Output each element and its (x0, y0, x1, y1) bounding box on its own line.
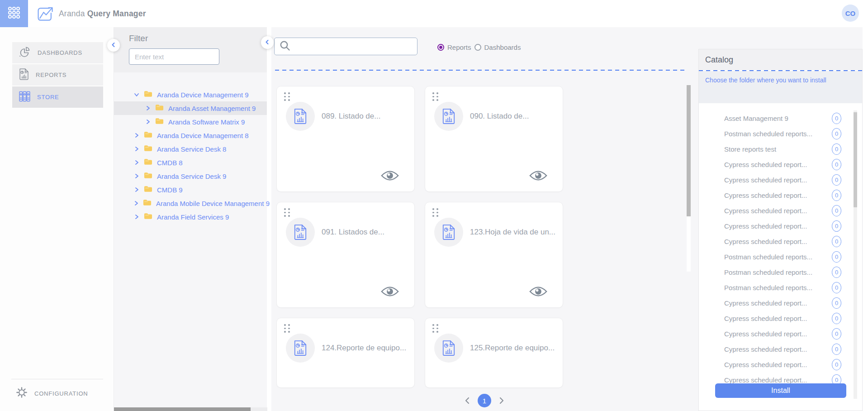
preview-eye-icon[interactable] (381, 286, 399, 299)
brand-bold: Query Manager (87, 9, 146, 19)
install-button[interactable]: Install (715, 383, 846, 398)
next-page-button[interactable] (498, 397, 505, 405)
chevron-right-icon[interactable] (134, 133, 139, 138)
tree-folder-label: Aranda Service Desk 8 (157, 145, 226, 153)
trend-chart-logo-icon (36, 5, 55, 24)
preview-eye-icon[interactable] (529, 170, 547, 183)
reports-radio[interactable] (437, 44, 444, 51)
chevron-right-icon[interactable] (134, 214, 139, 220)
scrollbar-thumb[interactable] (114, 407, 251, 411)
chevron-right-icon[interactable] (145, 105, 151, 111)
catalog-folder-item[interactable]: Store reports test 0 (699, 141, 862, 157)
catalog-folder-label: Cypress scheduled report... (724, 361, 832, 368)
scrollbar-thumb[interactable] (687, 85, 691, 216)
preview-eye-icon[interactable] (381, 170, 399, 183)
report-card[interactable]: 123.Hoja de vida de un... (425, 202, 563, 308)
drag-handle-icon[interactable] (432, 92, 438, 101)
catalog-folder-item[interactable]: Postman scheduled reports... 0 (699, 280, 862, 295)
configuration-label: CONFIGURATION (34, 390, 88, 397)
preview-eye-icon[interactable] (529, 286, 547, 299)
catalog-folder-item[interactable]: Cypress scheduled report... 0 (699, 218, 862, 234)
catalog-folder-item[interactable]: Cypress scheduled report... 0 (699, 311, 862, 326)
catalog-folder-item[interactable]: Cypress scheduled report... 0 (699, 295, 862, 311)
main-vertical-scrollbar[interactable] (687, 85, 691, 272)
catalog-folder-item[interactable]: Asset Management 9 0 (699, 110, 862, 126)
report-card[interactable]: 125.Reporte de equipo... (425, 318, 563, 388)
chevron-right-icon[interactable] (134, 146, 139, 152)
catalog-folder-item[interactable]: Cypress scheduled report... 0 (699, 203, 862, 218)
count-badge: 0 (832, 328, 841, 339)
chevron-down-icon[interactable] (134, 92, 139, 97)
search-icon (279, 40, 291, 53)
user-avatar[interactable]: CO (842, 5, 859, 22)
chevron-right-icon[interactable] (134, 187, 139, 192)
tree-folder-row[interactable]: Aranda Service Desk 9 (114, 169, 267, 183)
sidebar-item-label: STORE (37, 94, 59, 100)
collapse-filter-button[interactable] (261, 36, 274, 49)
dashboards-radio[interactable] (474, 44, 481, 51)
catalog-folder-item[interactable]: Cypress scheduled report... 0 (699, 341, 862, 357)
catalog-folder-item[interactable]: Cypress scheduled report... 0 (699, 326, 862, 341)
scrollbar-thumb[interactable] (854, 112, 857, 207)
dashboards-radio-label[interactable]: Dashboards (484, 43, 521, 51)
tree-folder-row[interactable]: Aranda Asset Management 9 (114, 101, 267, 115)
drag-handle-icon[interactable] (432, 208, 438, 217)
catalog-header: Catalog (699, 49, 862, 70)
search-input[interactable] (294, 40, 417, 53)
sidebar-item-dashboards[interactable]: DASHBOARDS (12, 42, 103, 63)
tree-folder-row[interactable]: Aranda Device Management 9 (114, 88, 267, 101)
tree-folder-row[interactable]: Aranda Device Management 8 (114, 129, 267, 142)
app-launcher-button[interactable] (0, 0, 28, 27)
pagination: 1 (464, 394, 505, 407)
main-content: Reports Dashboards 089. Listado de... (271, 27, 692, 411)
report-card[interactable]: 124.Reporte de equipo... (276, 318, 415, 388)
report-card[interactable]: 090. Listado de... (425, 86, 563, 192)
previous-page-button[interactable] (464, 397, 470, 405)
sidebar-item-configuration[interactable]: CONFIGURATION (16, 383, 88, 403)
report-card[interactable]: 089. Listado de... (276, 86, 415, 192)
chevron-right-icon[interactable] (134, 160, 139, 165)
catalog-scrollbar[interactable] (854, 110, 857, 399)
filter-horizontal-scrollbar[interactable] (114, 407, 267, 411)
sidebar-item-store[interactable]: STORE (12, 86, 103, 108)
tree-folder-label: Aranda Mobile Device Management 9 (156, 200, 270, 207)
tree-folder-row[interactable]: CMDB 9 (114, 183, 267, 196)
tree-folder-row[interactable]: Aranda Service Desk 8 (114, 142, 267, 156)
report-card-title: 091. Listados de... (322, 228, 410, 237)
report-card[interactable]: 091. Listados de... (276, 202, 415, 308)
current-page-button[interactable]: 1 (478, 394, 491, 407)
catalog-folder-item[interactable]: Postman scheduled reports... 0 (699, 264, 862, 280)
catalog-folder-label: Store reports test (724, 145, 832, 153)
catalog-folder-item[interactable]: Postman scheduled reports... 0 (699, 126, 862, 141)
chevron-right-icon[interactable] (134, 201, 138, 206)
tree-folder-row[interactable]: Aranda Mobile Device Management 9 (114, 196, 267, 210)
filter-text-input[interactable] (129, 48, 219, 65)
catalog-folder-item[interactable]: Postman scheduled reports... 0 (699, 249, 862, 264)
tree-folder-row[interactable]: Aranda Software Matrix 9 (114, 115, 267, 129)
sidebar-item-reports[interactable]: REPORTS (12, 64, 103, 86)
brand-light: Aranda (59, 9, 85, 19)
catalog-folder-item[interactable]: Cypress scheduled report... 0 (699, 234, 862, 249)
tree-folder-row[interactable]: CMDB 8 (114, 156, 267, 169)
chevron-right-icon[interactable] (134, 173, 139, 179)
reports-radio-label[interactable]: Reports (447, 43, 471, 51)
catalog-folder-item[interactable]: Cypress scheduled report... 0 (699, 187, 862, 203)
count-badge: 0 (832, 190, 841, 201)
drag-handle-icon[interactable] (284, 208, 290, 217)
tree-folder-row[interactable]: Aranda Field Services 9 (114, 210, 267, 224)
catalog-folder-item[interactable]: Cypress scheduled report... 0 (699, 157, 862, 172)
chevron-right-icon[interactable] (145, 119, 151, 124)
collapse-sidebar-button[interactable] (107, 39, 120, 52)
catalog-folder-label: Cypress scheduled report... (724, 161, 832, 168)
drag-handle-icon[interactable] (284, 324, 290, 333)
drag-handle-icon[interactable] (284, 92, 290, 101)
catalog-folder-label: Postman scheduled reports... (724, 253, 832, 261)
drag-handle-icon[interactable] (432, 324, 438, 333)
sidebar-item-label: REPORTS (36, 72, 66, 78)
catalog-folder-item[interactable]: Cypress scheduled report... 0 (699, 172, 862, 187)
filter-title: Filter (129, 33, 267, 43)
folder-icon (144, 144, 152, 153)
catalog-folder-item[interactable]: Cypress scheduled report... 0 (699, 357, 862, 372)
folder-icon (144, 172, 152, 181)
catalog-folder-label: Postman scheduled reports... (724, 268, 832, 276)
